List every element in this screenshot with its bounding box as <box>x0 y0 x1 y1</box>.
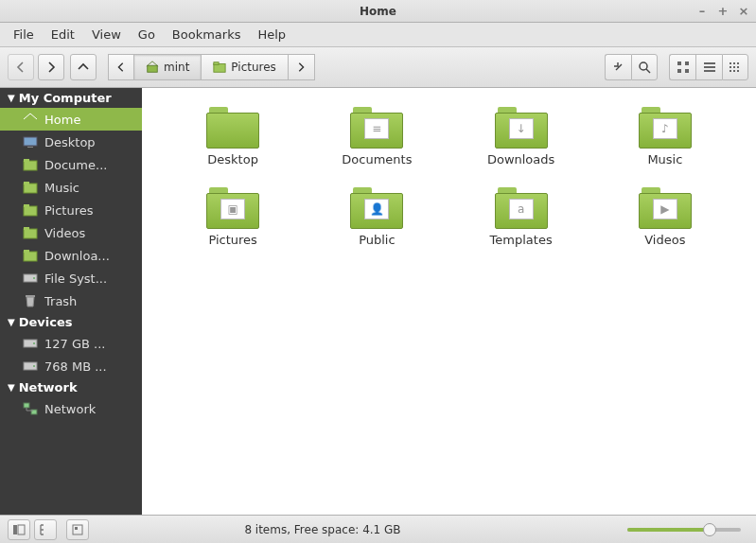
svg-rect-26 <box>24 182 29 184</box>
svg-rect-22 <box>27 147 33 148</box>
folder-pictures[interactable]: ▣Pictures <box>161 180 305 260</box>
folder-label: Pictures <box>208 233 256 247</box>
svg-rect-2 <box>214 62 219 65</box>
svg-rect-32 <box>24 250 29 253</box>
folder-icon: ↓ <box>495 107 548 149</box>
folder-glyph-icon: 👤 <box>364 199 389 219</box>
svg-rect-43 <box>18 525 25 534</box>
up-button[interactable] <box>70 54 97 80</box>
folder-glyph-icon: ↓ <box>509 118 534 139</box>
sidebar-item-label: Desktop <box>44 135 96 149</box>
content-area[interactable]: Desktop≡Documents↓Downloads♪Music▣Pictur… <box>142 88 756 515</box>
sidebar-item-pictures[interactable]: Pictures <box>0 199 142 221</box>
svg-rect-28 <box>24 204 29 207</box>
svg-rect-21 <box>24 137 37 146</box>
menu-edit[interactable]: Edit <box>44 25 82 44</box>
sidebar-item-label: 768 MB ... <box>44 359 107 374</box>
folder-public[interactable]: 👤Public <box>305 180 448 260</box>
sidebar-tree-button[interactable] <box>34 519 57 540</box>
svg-rect-13 <box>737 62 739 64</box>
folder-label: Music <box>647 152 682 166</box>
view-compact-button[interactable] <box>722 54 748 80</box>
sidebar-item-network[interactable]: Network <box>0 397 142 420</box>
menu-file[interactable]: File <box>6 25 42 44</box>
sidebar-item-downloa[interactable]: Downloa... <box>0 244 142 267</box>
folder-glyph-icon: ▣ <box>220 199 245 219</box>
path-segment-mint[interactable]: mint <box>134 54 202 80</box>
folder-glyph-icon: ♪ <box>653 118 677 139</box>
sidebar-item-label: Downloa... <box>44 249 110 263</box>
path-prev-button[interactable] <box>108 54 134 80</box>
sidebar-item-videos[interactable]: Videos <box>0 221 142 244</box>
sidebar-places-button[interactable] <box>8 519 30 540</box>
menu-go[interactable]: Go <box>131 25 163 44</box>
menu-view[interactable]: View <box>84 25 129 44</box>
svg-rect-20 <box>25 118 36 125</box>
main-area: ▼My ComputerHomeDesktopDocume...MusicPic… <box>0 88 756 515</box>
path-bar: mint Pictures <box>108 54 315 80</box>
svg-rect-23 <box>24 161 37 170</box>
svg-rect-24 <box>24 159 29 162</box>
menu-bookmarks[interactable]: Bookmarks <box>165 25 249 44</box>
svg-rect-19 <box>737 70 739 72</box>
folder-label: Public <box>359 233 395 247</box>
svg-rect-17 <box>730 70 731 72</box>
folder-templates[interactable]: aTemplates <box>449 180 593 260</box>
folder-downloads[interactable]: ↓Downloads <box>449 99 593 180</box>
svg-rect-12 <box>733 62 735 64</box>
sidebar-section-my-computer[interactable]: ▼My Computer <box>0 88 142 108</box>
sidebar-item-127gb[interactable]: 127 GB ... <box>0 332 142 355</box>
menu-help[interactable]: Help <box>250 25 293 44</box>
location-button[interactable] <box>605 54 631 80</box>
close-sidebar-button[interactable] <box>66 519 89 540</box>
folder-music[interactable]: ♪Music <box>593 99 737 180</box>
folder-videos[interactable]: ▶Videos <box>593 180 737 260</box>
path-label-pictures: Pictures <box>231 61 276 74</box>
sidebar-item-home[interactable]: Home <box>0 108 142 131</box>
search-button[interactable] <box>631 54 658 80</box>
sidebar-item-label: File Syst... <box>44 272 107 286</box>
sidebar-item-filesyst[interactable]: File Syst... <box>0 267 142 289</box>
icon-grid: Desktop≡Documents↓Downloads♪Music▣Pictur… <box>161 99 737 260</box>
folder-icon: 👤 <box>350 187 403 229</box>
close-button[interactable]: × <box>737 5 750 18</box>
toolbar: mint Pictures <box>0 47 756 88</box>
sidebar-item-trash[interactable]: Trash <box>0 289 142 312</box>
zoom-thumb[interactable] <box>703 523 716 536</box>
sidebar-item-docume[interactable]: Docume... <box>0 153 142 176</box>
svg-rect-14 <box>730 66 731 68</box>
sidebar-item-label: Trash <box>44 294 77 308</box>
zoom-slider[interactable] <box>627 528 741 532</box>
svg-rect-6 <box>677 69 681 73</box>
sidebar-item-music[interactable]: Music <box>0 176 142 199</box>
folder-icon: ♪ <box>639 107 692 149</box>
sidebar-item-label: Home <box>44 113 80 127</box>
sidebar-item-768mb[interactable]: 768 MB ... <box>0 355 142 377</box>
maximize-button[interactable]: + <box>716 5 730 18</box>
back-button[interactable] <box>8 54 34 80</box>
folder-desktop[interactable]: Desktop <box>161 99 305 180</box>
menubar: File Edit View Go Bookmarks Help <box>0 23 756 47</box>
path-next-button[interactable] <box>289 54 315 80</box>
sidebar-item-label: Videos <box>44 226 85 240</box>
folder-icon <box>206 107 259 149</box>
view-list-button[interactable] <box>695 54 722 80</box>
minimize-button[interactable]: – <box>695 5 709 18</box>
svg-rect-7 <box>685 69 689 73</box>
view-icons-button[interactable] <box>669 54 695 80</box>
titlebar: Home – + × <box>0 0 756 23</box>
status-text: 8 items, Free space: 4.1 GB <box>244 523 400 536</box>
forward-button[interactable] <box>38 54 64 80</box>
sidebar-item-label: Docume... <box>44 158 107 172</box>
folder-glyph-icon: ≡ <box>364 118 389 139</box>
path-segment-pictures[interactable]: Pictures <box>202 54 289 80</box>
svg-rect-40 <box>24 403 29 408</box>
folder-label: Templates <box>490 233 553 247</box>
sidebar-item-desktop[interactable]: Desktop <box>0 131 142 153</box>
folder-documents[interactable]: ≡Documents <box>305 99 448 180</box>
folder-icon <box>213 61 226 74</box>
chevron-down-icon: ▼ <box>8 382 15 393</box>
sidebar-section-network[interactable]: ▼Network <box>0 377 142 397</box>
sidebar-section-devices[interactable]: ▼Devices <box>0 312 142 332</box>
svg-rect-16 <box>737 66 739 68</box>
